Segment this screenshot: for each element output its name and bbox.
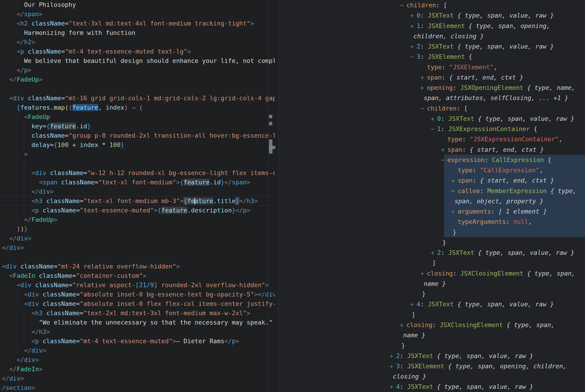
collapse-icon[interactable]: − <box>441 155 447 165</box>
ast-node-row[interactable]: +closing: JSXClosingElement { type, span… <box>278 268 585 278</box>
code-line[interactable]: </div> <box>0 234 275 243</box>
code-line[interactable]: </FadeUp> <box>0 75 275 84</box>
ast-node-row[interactable]: +span: { start, end, ctxt } <box>278 72 585 82</box>
ast-node-row[interactable]: children, closing } <box>278 31 585 41</box>
ast-node-row[interactable]: −children: [ <box>278 103 585 114</box>
code-line[interactable]: delay={100 + index * 100} <box>0 140 275 150</box>
code-line[interactable]: </div> <box>0 374 275 383</box>
ast-node-row[interactable]: type: "CallExpression", <box>278 165 585 175</box>
code-line[interactable]: <p className="text-essence-muted">{featu… <box>0 206 275 215</box>
code-line[interactable] <box>0 84 275 94</box>
code-line[interactable]: </FadeUp> <box>0 215 275 224</box>
code-line[interactable]: <p className="mt-4 text-essence-muted">—… <box>0 336 275 346</box>
code-line[interactable]: <FadeUp <box>0 112 275 122</box>
code-line[interactable]: <h2 className="text-3xl md:text-4xl font… <box>0 19 275 28</box>
code-line[interactable]: <h3 className="text-2xl md:text-3xl font… <box>0 308 275 318</box>
code-line[interactable]: We believe that beautiful design should … <box>0 56 275 66</box>
expand-icon[interactable]: + <box>451 186 458 196</box>
expand-icon[interactable]: + <box>390 351 396 361</box>
ast-node-row[interactable]: +3: JSXElement { type, span, opening, ch… <box>278 361 585 371</box>
code-line[interactable]: <FadeIn className="container-custom"> <box>0 271 275 280</box>
expand-icon[interactable]: + <box>451 206 458 217</box>
code-line[interactable]: </div> <box>0 243 275 252</box>
ast-node-row[interactable]: ] <box>278 258 585 268</box>
expand-icon[interactable]: + <box>410 299 417 310</box>
code-line[interactable]: "We eliminate the unnecessary so that th… <box>0 318 275 327</box>
ast-node-row[interactable]: +span: { start, end, ctxt } <box>278 144 585 155</box>
ast-node-row[interactable]: +0: JSXText { type, span, value, raw } <box>278 114 585 124</box>
overview-ruler-scrollbar[interactable] <box>268 0 278 392</box>
ast-node-row[interactable]: +arguments: [ 1 element ] <box>278 206 585 216</box>
ast-node-row[interactable]: } <box>278 340 585 350</box>
ast-node-row[interactable]: +2: JSXText { type, span, value, raw } <box>278 351 585 361</box>
code-line[interactable]: <p className="mt-4 text-essence-muted te… <box>0 47 275 56</box>
code-line[interactable]: className="group p-8 rounded-2xl transit… <box>0 131 275 140</box>
ast-node-row[interactable]: +0: JSXText { type, span, value, raw } <box>278 10 585 20</box>
ast-node-row[interactable]: type: "JSXElement", <box>278 62 585 72</box>
ast-node-row[interactable]: −3: JSXElement { <box>278 52 585 62</box>
code-line[interactable]: key={feature.id} <box>0 122 275 131</box>
ast-node-row[interactable]: closing } <box>278 371 585 382</box>
expand-icon[interactable]: + <box>421 268 427 279</box>
code-line[interactable]: <div className="relative aspect-[21/9] r… <box>0 280 275 290</box>
ast-node-row[interactable]: span, object, property } <box>278 196 585 206</box>
expand-icon[interactable]: + <box>390 382 396 392</box>
expand-icon[interactable]: + <box>410 21 417 31</box>
expand-icon[interactable]: + <box>410 42 417 52</box>
ast-node-row[interactable]: +span: { start, end, ctxt } <box>278 175 585 186</box>
expand-icon[interactable]: + <box>421 83 427 93</box>
ast-node-row[interactable]: −expression: CallExpression { <box>278 155 585 165</box>
expand-icon[interactable]: + <box>400 320 406 330</box>
code-line[interactable]: <span className="text-xl font-medium">{f… <box>0 178 275 187</box>
code-line[interactable]: <div className="absolute inset-0 flex fl… <box>0 299 275 308</box>
expand-icon[interactable]: + <box>421 72 427 83</box>
ast-node-row[interactable]: name } <box>278 330 585 340</box>
ast-node-row[interactable]: } <box>278 289 585 299</box>
ast-node-row[interactable]: +2: JSXText { type, span, value, raw } <box>278 248 585 258</box>
code-line[interactable]: </h2> <box>0 38 275 47</box>
code-line[interactable]: /section> <box>0 383 275 392</box>
ast-node-row[interactable]: +callee: MemberExpression { type, <box>278 186 585 196</box>
ast-node-row[interactable]: +4: JSXText { type, span, value, raw } <box>278 382 585 392</box>
ast-node-row[interactable]: +2: JSXText { type, span, value, raw } <box>278 41 585 52</box>
expand-icon[interactable]: + <box>451 176 458 186</box>
ast-node-row[interactable]: +opening: JSXOpeningElement { type, name… <box>278 82 585 93</box>
ast-node-row[interactable]: typeArguments: null, <box>278 216 585 227</box>
code-line[interactable]: </h3> <box>0 327 275 336</box>
code-line[interactable]: <div className="mt-24 relative overflow-… <box>0 262 275 271</box>
expand-icon[interactable]: + <box>441 145 447 155</box>
code-line[interactable]: Our Philosophy <box>0 0 275 9</box>
collapse-icon[interactable]: − <box>421 104 427 114</box>
code-line[interactable]: Harmonizing form with function <box>0 28 275 38</box>
code-editor-panel[interactable]: Our Philosophy </span> <h2 className="te… <box>0 0 278 392</box>
code-line-current[interactable]: <h3 className="text-xl font-medium mb-3"… <box>0 196 275 206</box>
expand-icon[interactable]: + <box>410 10 417 21</box>
code-line[interactable]: {features.map((feature, index) ⇒ ( <box>0 103 275 112</box>
ast-node-row[interactable]: } <box>278 227 585 237</box>
ast-tree-panel[interactable]: −children: [+0: JSXText { type, span, va… <box>278 0 585 392</box>
collapse-icon[interactable]: − <box>410 52 417 62</box>
code-line[interactable]: </div> <box>0 187 275 196</box>
code-line[interactable]: <div className="w-12 h-12 rounded-xl bg-… <box>0 168 275 178</box>
ast-node-row[interactable]: } <box>278 237 585 248</box>
code-line[interactable]: </p> <box>0 66 275 75</box>
ast-node-row[interactable]: +closing: JSXClosingElement { type, span… <box>278 320 585 330</box>
code-line[interactable] <box>0 252 275 262</box>
expand-icon[interactable]: + <box>431 114 437 124</box>
code-line[interactable]: </div> <box>0 346 275 355</box>
ast-node-row[interactable]: span, attributes, selfClosing, ... +1 } <box>278 93 585 103</box>
expand-icon[interactable]: + <box>431 248 437 258</box>
code-line[interactable]: ))} <box>0 224 275 234</box>
ast-node-row[interactable]: −1: JSXExpressionContainer { <box>278 124 585 134</box>
collapse-icon[interactable]: − <box>431 124 437 134</box>
code-line[interactable]: </span> <box>0 9 275 19</box>
ast-node-row[interactable]: −children: [ <box>278 0 585 10</box>
code-line[interactable]: > <box>0 150 275 159</box>
code-line[interactable]: <div className="absolute inset-0 bg-esse… <box>0 290 275 299</box>
collapse-icon[interactable]: − <box>400 0 406 10</box>
ast-node-row[interactable]: type: "JSXExpressionContainer", <box>278 134 585 144</box>
code-line[interactable]: <div className="mt-16 grid grid-cols-1 m… <box>0 94 275 103</box>
code-line[interactable] <box>0 159 275 168</box>
code-line[interactable]: </FadeIn> <box>0 364 275 374</box>
expand-icon[interactable]: + <box>390 361 396 372</box>
